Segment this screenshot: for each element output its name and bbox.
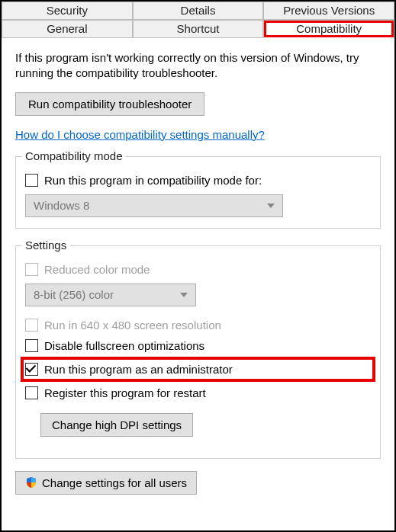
run-640x480-row: Run in 640 x 480 screen resolution [25, 317, 371, 333]
manual-settings-link[interactable]: How do I choose compatibility settings m… [15, 128, 265, 141]
run-as-admin-checkbox[interactable] [25, 363, 38, 376]
tab-general[interactable]: General [2, 20, 133, 38]
shield-icon [25, 476, 37, 489]
chevron-down-icon [267, 204, 275, 208]
compat-mode-checkbox[interactable] [25, 174, 38, 187]
group-settings: Settings Reduced color mode 8-bit (256) … [15, 245, 381, 459]
run-troubleshooter-button[interactable]: Run compatibility troubleshooter [15, 92, 204, 116]
tab-previous-versions[interactable]: Previous Versions [263, 2, 394, 20]
register-restart-checkbox[interactable] [25, 386, 38, 399]
tab-details[interactable]: Details [133, 2, 264, 20]
reduced-color-row: Reduced color mode [25, 261, 371, 277]
group-compatibility-mode-legend: Compatibility mode [22, 149, 126, 162]
compat-mode-dropdown-value: Windows 8 [34, 199, 89, 212]
reduced-color-label: Reduced color mode [44, 263, 150, 276]
color-depth-dropdown-value: 8-bit (256) color [34, 288, 114, 301]
register-restart-row[interactable]: Register this program for restart [25, 385, 371, 401]
run-640x480-checkbox [25, 319, 38, 332]
change-dpi-settings-button[interactable]: Change high DPI settings [40, 413, 193, 437]
chevron-down-icon [180, 293, 188, 297]
tab-security[interactable]: Security [2, 2, 133, 20]
disable-fullscreen-opt-checkbox[interactable] [25, 339, 38, 352]
change-settings-all-users-button[interactable]: Change settings for all users [15, 471, 197, 495]
color-depth-dropdown: 8-bit (256) color [25, 284, 196, 306]
tab-row-2: General Shortcut Compatibility [2, 20, 394, 38]
tab-strip: Security Details Previous Versions Gener… [2, 2, 394, 38]
tab-content-compatibility: If this program isn't working correctly … [2, 38, 394, 502]
group-settings-legend: Settings [22, 239, 69, 252]
group-compatibility-mode: Compatibility mode Run this program in c… [15, 156, 381, 229]
run-640x480-label: Run in 640 x 480 screen resolution [44, 319, 221, 332]
run-as-admin-row[interactable]: Run this program as an administrator [22, 358, 374, 380]
tab-shortcut[interactable]: Shortcut [133, 20, 264, 38]
reduced-color-checkbox [25, 263, 38, 276]
compat-mode-dropdown[interactable]: Windows 8 [25, 194, 283, 217]
tab-compatibility[interactable]: Compatibility [263, 20, 394, 38]
register-restart-label: Register this program for restart [44, 386, 206, 399]
run-as-admin-label: Run this program as an administrator [44, 363, 233, 376]
tab-row-1: Security Details Previous Versions [2, 2, 394, 20]
disable-fullscreen-opt-row[interactable]: Disable fullscreen optimizations [25, 338, 371, 354]
disable-fullscreen-opt-label: Disable fullscreen optimizations [44, 339, 204, 352]
change-settings-all-users-label: Change settings for all users [42, 476, 187, 489]
intro-text: If this program isn't working correctly … [15, 50, 381, 82]
compat-mode-checkbox-label: Run this program in compatibility mode f… [44, 174, 262, 187]
compat-mode-checkbox-row[interactable]: Run this program in compatibility mode f… [25, 172, 371, 188]
